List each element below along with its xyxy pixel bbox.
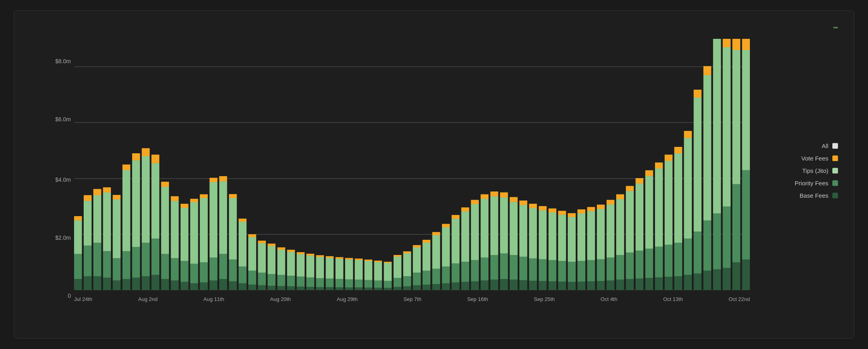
svg-rect-337	[181, 204, 188, 208]
svg-rect-486	[549, 281, 556, 290]
x-axis-label: Sep 16th	[467, 296, 488, 302]
svg-rect-419	[384, 281, 392, 288]
svg-rect-498	[578, 281, 585, 290]
svg-rect-513	[607, 200, 614, 205]
svg-rect-295	[84, 245, 91, 276]
legend-item: Vote Fees	[758, 155, 838, 162]
svg-rect-446	[452, 282, 459, 290]
svg-rect-545	[684, 131, 692, 138]
svg-rect-301	[93, 189, 101, 195]
svg-rect-456	[471, 204, 479, 260]
svg-rect-527	[645, 249, 653, 278]
svg-rect-458	[481, 281, 488, 290]
svg-rect-447	[452, 263, 459, 282]
svg-rect-309	[113, 195, 121, 199]
svg-rect-335	[181, 261, 188, 282]
svg-rect-296	[84, 201, 91, 246]
svg-rect-451	[461, 262, 469, 282]
svg-rect-433	[413, 245, 420, 248]
svg-rect-319	[142, 243, 149, 276]
svg-rect-497	[568, 213, 575, 217]
svg-rect-485	[539, 206, 547, 210]
svg-rect-471	[510, 255, 517, 279]
svg-rect-425	[394, 255, 401, 257]
svg-rect-311	[123, 251, 130, 279]
svg-rect-509	[597, 205, 605, 209]
legend-item: Base Fees	[758, 192, 838, 199]
svg-rect-312	[123, 170, 130, 251]
svg-rect-547	[694, 231, 701, 273]
svg-rect-505	[587, 207, 595, 211]
y-axis-label: $4.0m	[55, 177, 71, 183]
svg-rect-411	[365, 280, 372, 288]
x-axis-label: Jul 24th	[74, 296, 92, 302]
y-axis-label: $8.0m	[55, 58, 71, 64]
svg-rect-394	[326, 287, 334, 290]
bars-chart	[74, 39, 750, 290]
svg-rect-384	[297, 254, 304, 277]
svg-rect-324	[151, 163, 159, 239]
svg-rect-403	[345, 279, 353, 287]
legend-color-dot	[832, 180, 838, 186]
svg-rect-339	[190, 264, 198, 283]
svg-rect-361	[239, 219, 246, 222]
legend-label: Vote Fees	[801, 155, 828, 162]
brand-badge	[833, 27, 838, 28]
svg-rect-351	[219, 254, 227, 279]
svg-rect-442	[442, 283, 450, 290]
svg-rect-365	[248, 234, 256, 237]
legend-item: Priority Fees	[758, 180, 838, 187]
svg-rect-480	[529, 208, 537, 259]
svg-rect-555	[713, 213, 721, 269]
svg-rect-448	[452, 219, 459, 263]
svg-rect-449	[452, 215, 459, 219]
svg-rect-298	[93, 276, 101, 290]
svg-rect-415	[374, 281, 382, 288]
y-axis-label: $6.0m	[55, 116, 71, 122]
svg-rect-552	[703, 75, 711, 221]
svg-rect-378	[287, 286, 295, 290]
svg-rect-302	[103, 278, 111, 290]
svg-rect-393	[316, 255, 324, 257]
svg-rect-434	[423, 285, 430, 290]
chart-main: Jul 24thAug 2ndAug 11thAug 20thAug 29thS…	[74, 39, 838, 302]
svg-rect-331	[171, 258, 179, 281]
x-axis: Jul 24thAug 2ndAug 11thAug 20thAug 29thS…	[74, 296, 750, 302]
svg-rect-334	[181, 282, 188, 290]
svg-rect-405	[345, 258, 353, 259]
svg-rect-443	[442, 267, 450, 283]
svg-rect-321	[142, 148, 149, 156]
svg-rect-548	[694, 98, 701, 232]
svg-rect-322	[151, 275, 159, 290]
svg-rect-360	[239, 222, 246, 267]
svg-rect-500	[578, 213, 585, 261]
svg-rect-412	[365, 261, 372, 280]
svg-rect-348	[210, 182, 217, 257]
svg-rect-344	[200, 198, 207, 262]
svg-rect-354	[229, 281, 237, 290]
svg-rect-310	[123, 279, 130, 290]
svg-rect-398	[336, 287, 343, 290]
svg-rect-532	[655, 168, 663, 247]
svg-rect-346	[210, 281, 217, 290]
svg-rect-444	[442, 227, 450, 267]
svg-rect-476	[519, 205, 527, 257]
svg-rect-489	[549, 209, 556, 213]
svg-rect-318	[142, 276, 149, 290]
svg-rect-492	[558, 215, 566, 261]
svg-rect-512	[607, 205, 614, 258]
svg-rect-567	[742, 170, 750, 259]
svg-rect-291	[74, 254, 82, 279]
legend-label: All	[822, 142, 828, 149]
svg-rect-338	[190, 283, 198, 290]
svg-rect-454	[471, 281, 479, 290]
svg-rect-453	[461, 207, 469, 211]
svg-rect-559	[723, 207, 730, 268]
svg-rect-466	[500, 279, 508, 290]
svg-rect-518	[626, 279, 633, 290]
svg-rect-377	[277, 247, 285, 250]
svg-rect-549	[694, 90, 701, 98]
y-axis-label: $2.0m	[55, 235, 71, 241]
svg-rect-428	[403, 253, 411, 276]
svg-rect-530	[655, 277, 663, 290]
